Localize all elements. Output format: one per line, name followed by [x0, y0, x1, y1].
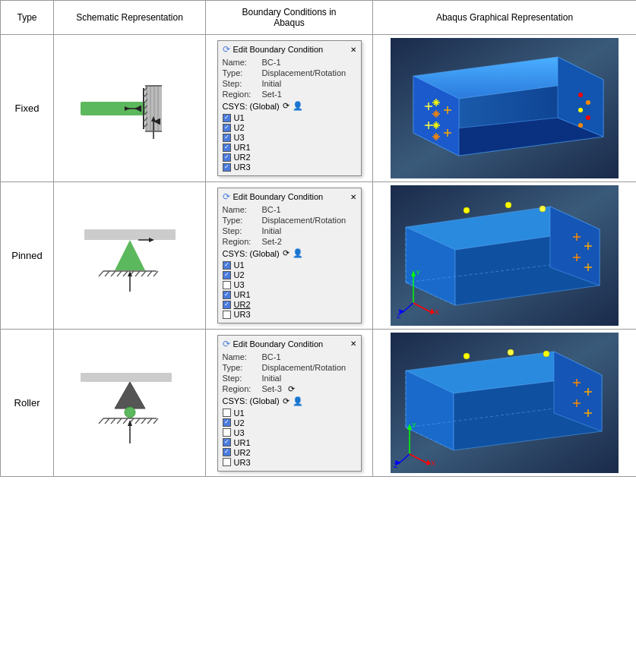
- region-value-f: Set-1: [262, 90, 282, 99]
- cb-ur1-p[interactable]: [223, 291, 231, 299]
- svg-rect-57: [84, 229, 176, 240]
- type-label-roller: Roller: [1, 330, 54, 477]
- cb-ur2-r[interactable]: [223, 448, 231, 456]
- svg-point-127: [508, 349, 514, 355]
- svg-point-104: [125, 407, 135, 418]
- cb-u1-label-r: U1: [234, 409, 245, 418]
- dialog-pinned: ⟳ Edit Boundary Condition ✕ Name:BC-1 Ty…: [206, 182, 373, 330]
- svg-line-109: [117, 418, 122, 424]
- name-value: BC-1: [262, 58, 281, 67]
- svg-point-55: [586, 115, 590, 120]
- cb-u2-r[interactable]: [223, 418, 231, 427]
- type-label-p: Type:: [223, 216, 259, 225]
- dialog-close-icon-r[interactable]: ✕: [350, 339, 356, 348]
- cb-ur1-f[interactable]: [223, 144, 231, 152]
- header-type: Type: [1, 1, 54, 35]
- svg-point-56: [578, 123, 583, 128]
- graphical-roller: Y Z X: [373, 330, 637, 477]
- dialog-close-icon[interactable]: ✕: [350, 46, 356, 54]
- cb-u2-p[interactable]: [223, 271, 231, 279]
- name-value-p: BC-1: [262, 205, 281, 214]
- step-label-p: Step:: [223, 226, 259, 235]
- dialog-icon-p: ⟳: [223, 191, 230, 202]
- region-label-f: Region:: [223, 90, 259, 99]
- cb-ur3-label-p: UR3: [234, 310, 251, 319]
- schematic-roller: [54, 330, 206, 477]
- svg-line-107: [105, 418, 109, 424]
- cb-u2-label-f: U2: [234, 123, 245, 132]
- region-label-p: Region:: [223, 237, 259, 246]
- region-value-p: Set-2: [262, 237, 282, 246]
- csys-icon2-r[interactable]: 👤: [293, 396, 303, 406]
- header-schematic: Schematic Representation: [54, 1, 206, 35]
- header-graphical: Abaqus Graphical Representation: [373, 1, 637, 35]
- svg-line-60: [99, 271, 103, 276]
- svg-point-52: [578, 93, 583, 97]
- cb-ur3-label-r: UR3: [234, 458, 251, 467]
- cb-ur2-f[interactable]: [223, 153, 231, 162]
- table-row: Roller: [1, 330, 637, 477]
- step-value-f: Initial: [262, 79, 282, 88]
- svg-text:Z: Z: [394, 462, 398, 469]
- svg-point-54: [578, 108, 583, 112]
- svg-line-113: [141, 418, 146, 424]
- header-bc: Boundary Conditions inAbaqus: [206, 1, 373, 35]
- cb-ur3-f[interactable]: [223, 163, 231, 172]
- cb-u3-f[interactable]: [223, 134, 231, 142]
- type-value-p: Displacement/Rotation: [262, 216, 346, 225]
- csys-icon1[interactable]: ⟳: [283, 101, 290, 111]
- csys-label-p: CSYS: (Global): [223, 249, 280, 258]
- svg-line-68: [147, 271, 152, 276]
- cb-u3-r[interactable]: [223, 428, 231, 437]
- svg-point-128: [543, 351, 549, 357]
- name-label-p: Name:: [223, 205, 259, 214]
- svg-text:Y: Y: [412, 421, 416, 429]
- svg-text:X: X: [431, 459, 435, 467]
- svg-line-112: [135, 418, 140, 424]
- csys-icon2[interactable]: 👤: [293, 101, 303, 111]
- schematic-fixed: [54, 35, 206, 182]
- svg-point-90: [539, 206, 546, 212]
- cb-ur3-p[interactable]: [223, 311, 231, 319]
- step-label-f: Step:: [223, 79, 259, 88]
- svg-rect-102: [81, 373, 172, 382]
- name-label: Name:: [223, 58, 259, 67]
- cb-ur3-r[interactable]: [223, 458, 231, 466]
- bc-dialog-fixed: ⟳ Edit Boundary Condition ✕ Name:BC-1 Ty…: [217, 40, 362, 176]
- name-label-r: Name:: [223, 352, 259, 361]
- cb-u1-label-f: U1: [234, 113, 245, 122]
- table-row: Fixed: [1, 35, 637, 182]
- step-value-p: Initial: [262, 226, 282, 235]
- svg-line-114: [147, 418, 152, 424]
- region-icon-r[interactable]: ⟳: [288, 384, 295, 394]
- dialog-title-p: Edit Boundary Condition: [233, 192, 324, 201]
- dialog-icon-r: ⟳: [223, 339, 230, 349]
- cb-ur2-p[interactable]: [223, 301, 231, 309]
- cb-u2-f[interactable]: [223, 124, 231, 132]
- dialog-fixed: ⟳ Edit Boundary Condition ✕ Name:BC-1 Ty…: [206, 35, 373, 182]
- csys-icon1-p[interactable]: ⟳: [283, 248, 290, 258]
- cb-ur1-label-f: UR1: [234, 143, 251, 152]
- csys-label-f: CSYS: (Global): [223, 102, 280, 111]
- cb-u1-f[interactable]: [223, 114, 231, 122]
- cb-u2-label-p: U2: [234, 270, 245, 279]
- svg-line-69: [153, 271, 158, 276]
- dialog-title-r: Edit Boundary Condition: [233, 339, 324, 349]
- svg-point-88: [464, 207, 470, 213]
- cb-ur1-r[interactable]: [223, 438, 231, 446]
- svg-line-108: [111, 418, 115, 424]
- cb-ur2-label-p: UR2: [234, 300, 251, 309]
- svg-line-106: [99, 418, 103, 424]
- cb-u3-label-p: U3: [234, 280, 245, 289]
- svg-text:X: X: [435, 308, 439, 316]
- csys-icon1-r[interactable]: ⟳: [283, 396, 290, 406]
- dialog-close-icon-p[interactable]: ✕: [350, 193, 356, 201]
- csys-icon2-p[interactable]: 👤: [293, 248, 303, 258]
- csys-label-r: CSYS: (Global): [223, 396, 280, 405]
- bc-dialog-roller: ⟳ Edit Boundary Condition ✕ Name:BC-1 Ty…: [217, 335, 362, 472]
- cb-u3-p[interactable]: [223, 281, 231, 289]
- cb-u1-r[interactable]: [223, 409, 231, 417]
- step-value-r: Initial: [262, 374, 282, 383]
- cb-u1-p[interactable]: [223, 261, 231, 270]
- type-value-r: Displacement/Rotation: [262, 363, 346, 372]
